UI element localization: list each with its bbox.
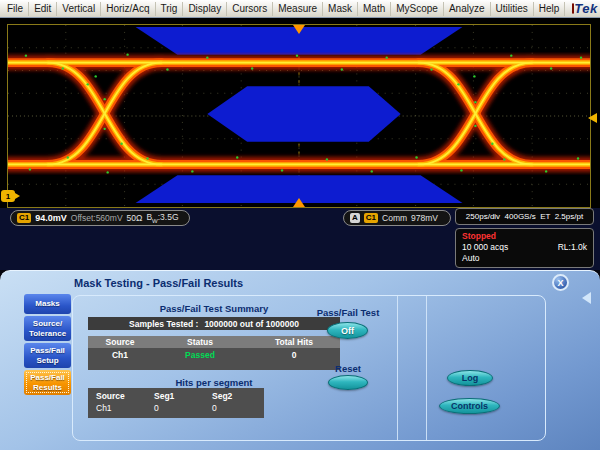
tab-source-tolerance[interactable]: Source/ Tolerance [24,316,71,341]
seg-source-value: Ch1 [96,402,146,414]
acquisition-readout: Stopped 10 000 acqs RL:1.0k Auto [455,228,594,268]
eye-diagram [8,25,590,207]
seg1-label: Seg1 [154,390,204,402]
record-length: RL:1.0k [558,242,587,253]
samples-value: 1000000 out of 1000000 [204,319,299,329]
seg2-label: Seg2 [212,390,262,402]
graticule [7,24,591,208]
tek-logo: Tek [574,1,597,16]
channel1-readout: C1 94.0mV Offset:560mV 50Ω BW:3.5G [10,210,190,226]
close-button[interactable]: X [552,274,569,291]
trigger-mode: Auto [462,253,480,264]
samples-label: Samples Tested : [129,319,198,329]
timebase-readout: 250ps/div 400GS/s ET 2.5ps/pt [455,208,594,225]
table-row: Ch1 Passed 0 [88,348,340,370]
menu-item-trig[interactable]: Trig [156,2,184,16]
divider-line [397,296,398,440]
passfail-test-label: Pass/Fail Test [305,307,391,318]
col-source: Source [88,337,152,347]
menu-item-myscope[interactable]: MyScope [391,2,444,16]
channel1-impedance: 50Ω [127,213,143,223]
seg2-value: 0 [212,402,262,414]
menu-item-help[interactable]: Help [534,2,566,16]
waveform-display-area: 1 C1 94.0mV Offset:560mV 50Ω BW:3.5G A C… [0,18,600,270]
panel-title: Mask Testing - Pass/Fail Results [74,277,243,289]
summary-table-header: Source Status Total Hits [88,336,340,348]
menu-item-measure[interactable]: Measure [273,2,323,16]
tab-list: Masks Source/ Tolerance Pass/Fail Setup … [24,294,71,397]
mask-testing-panel: Mask Testing - Pass/Fail Results X Masks… [0,270,600,450]
menu-item-horiz-acq[interactable]: Horiz/Acq [101,2,155,16]
timebase-text: 250ps/div 400GS/s ET 2.5ps/pt [466,212,583,221]
cell-status: Passed [152,350,248,370]
trigger-level: 978mV [411,213,438,223]
menu-item-display[interactable]: Display [183,2,227,16]
menu-item-vertical[interactable]: Vertical [57,2,101,16]
menu-item-edit[interactable]: Edit [29,2,57,16]
trigger-coupling: Comm [382,213,407,223]
trigger-level-arrow-icon[interactable] [588,113,597,123]
menubar: File Edit Vertical Horiz/Acq Trig Displa… [0,0,600,18]
trigger-readout: A C1 Comm 978mV [343,210,451,226]
channel1-scale: 94.0mV [35,213,67,223]
summary-heading: Pass/Fail Test Summary [90,303,338,314]
channel1-bandwidth: BW:3.5G [146,212,178,224]
segments-heading: Hits per segment [90,377,338,388]
reset-label: Reset [305,363,391,374]
close-icon: X [557,278,563,288]
seg-col-2: Seg2 0 [204,388,262,418]
menu-item-analyze[interactable]: Analyze [444,2,491,16]
channel1-offset: Offset:560mV [71,213,123,223]
menu-item-mask[interactable]: Mask [323,2,358,16]
channel1-badge: C1 [17,213,31,223]
controls-button[interactable]: Controls [439,398,500,414]
channel1-position-marker[interactable]: 1 [1,190,15,202]
panel-collapse-arrow-icon[interactable] [582,292,591,304]
bw-value: :3.5G [158,212,179,222]
controls-button-label: Controls [451,401,488,411]
menu-item-math[interactable]: Math [358,2,391,16]
col-total-hits: Total Hits [248,337,340,347]
acquisition-count: 10 000 acqs [462,242,508,253]
cell-source: Ch1 [88,350,152,370]
reset-button[interactable] [328,375,368,390]
log-button[interactable]: Log [447,370,493,386]
mask-center-hexagon [207,86,400,141]
divider-line [426,296,427,440]
seg-col-source: Source Ch1 [88,388,146,418]
trigger-source-badge: C1 [364,213,378,223]
seg-source-label: Source [96,390,146,402]
tekscope-window: File Edit Vertical Horiz/Acq Trig Displa… [0,0,600,450]
tab-masks[interactable]: Masks [24,294,71,314]
menu-item-file[interactable]: File [2,2,29,16]
seg1-value: 0 [154,402,204,414]
trigger-a-badge: A [350,213,360,223]
log-button-label: Log [462,373,479,383]
tab-passfail-setup[interactable]: Pass/Fail Setup [24,343,71,368]
summary-table: Source Status Total Hits Ch1 Passed 0 [88,336,340,370]
seg-col-1: Seg1 0 [146,388,204,418]
menu-item-utilities[interactable]: Utilities [491,2,534,16]
passfail-test-off-button[interactable]: Off [327,322,368,339]
menu-item-cursors[interactable]: Cursors [227,2,273,16]
off-button-label: Off [341,326,354,336]
acquisition-status: Stopped [462,231,496,242]
samples-tested-bar: Samples Tested : 1000000 out of 1000000 [88,317,340,330]
col-status: Status [152,337,248,347]
tab-passfail-results[interactable]: Pass/Fail Results [24,370,71,395]
segments-table: Source Ch1 Seg1 0 Seg2 0 [88,388,264,418]
